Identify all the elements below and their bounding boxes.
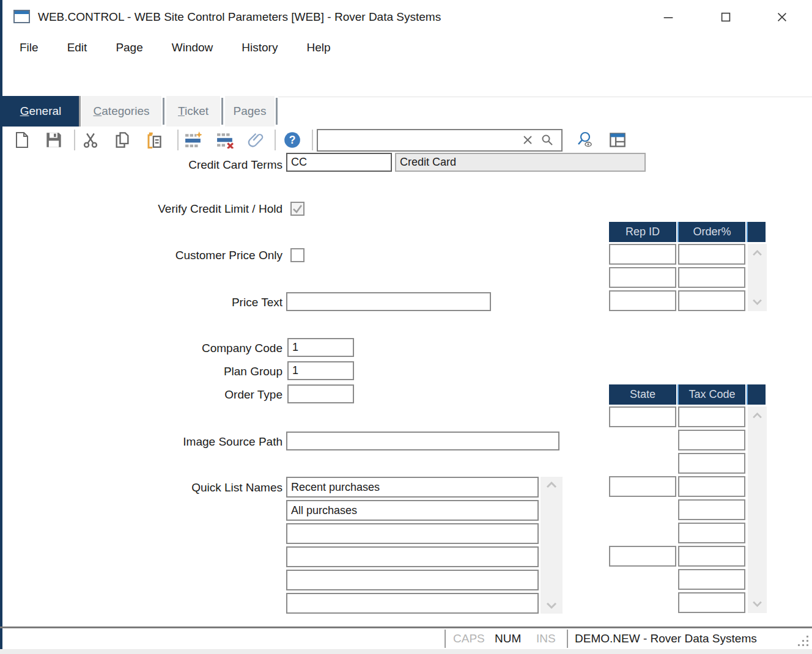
tax-code-cell[interactable] — [678, 499, 745, 520]
window-layout-icon — [609, 131, 626, 149]
menu-help[interactable]: Help — [304, 39, 333, 57]
tax-code-cell[interactable] — [678, 523, 745, 543]
window-icon — [13, 10, 30, 23]
minimize-icon — [662, 10, 675, 24]
rep-id-cell[interactable] — [609, 244, 676, 265]
tax-code-cell[interactable] — [678, 592, 745, 613]
help-icon: ? — [284, 131, 301, 149]
tab-general[interactable]: General — [2, 96, 79, 127]
scroll-down-icon[interactable] — [752, 299, 762, 305]
save-icon — [45, 131, 62, 149]
maximize-button[interactable] — [712, 0, 740, 34]
plan-group-input[interactable] — [287, 361, 354, 380]
close-button[interactable] — [768, 0, 796, 34]
help-button[interactable]: ? — [281, 130, 303, 150]
order-pct-cell[interactable] — [678, 290, 745, 311]
price-text-input[interactable] — [286, 292, 491, 311]
attach-button[interactable] — [245, 130, 267, 150]
tab-categories-label: Categories — [81, 96, 161, 127]
order-type-input[interactable] — [287, 384, 354, 403]
image-source-path-input[interactable] — [286, 432, 559, 450]
tab-pages-label: Pages — [225, 96, 275, 127]
search-box — [317, 129, 563, 152]
verify-credit-limit-checkbox[interactable] — [290, 202, 304, 216]
tax-code-cell[interactable] — [678, 430, 745, 450]
state-cell[interactable] — [609, 546, 676, 567]
company-code-input[interactable] — [287, 338, 354, 357]
scroll-down-icon[interactable] — [752, 601, 762, 607]
quick-list-row[interactable] — [286, 546, 539, 567]
quick-list-row[interactable] — [286, 523, 539, 544]
save-button[interactable] — [43, 130, 65, 150]
quick-list-row[interactable] — [286, 500, 539, 521]
tax-code-cell[interactable] — [678, 546, 745, 567]
application-window: WEB.CONTROL - WEB Site Control Parameter… — [0, 0, 812, 654]
menu-edit[interactable]: Edit — [65, 39, 90, 57]
search-preview-icon — [576, 131, 593, 149]
verify-credit-limit-label: Verify Credit Limit / Hold — [24, 202, 282, 216]
scroll-up-icon[interactable] — [546, 482, 557, 488]
clear-search-icon[interactable] — [522, 134, 533, 145]
tax-code-cell[interactable] — [678, 406, 745, 427]
status-bar: CAPS NUM INS DEMO.NEW - Rover Data Syste… — [2, 628, 812, 649]
new-document-button[interactable] — [11, 130, 33, 150]
search-preview-button[interactable] — [574, 130, 596, 150]
svg-text:?: ? — [289, 134, 296, 146]
quick-list-row[interactable] — [286, 570, 539, 590]
rep-id-cell[interactable] — [609, 267, 676, 288]
state-cell[interactable] — [609, 476, 676, 497]
insert-row-button[interactable] — [182, 130, 204, 150]
tax-code-cell[interactable] — [678, 569, 745, 590]
rep-table-scrollbar[interactable] — [748, 244, 767, 311]
toolbar: ? — [2, 62, 812, 96]
cut-button[interactable] — [79, 130, 102, 150]
delete-row-button[interactable] — [214, 130, 236, 150]
tax-code-cell[interactable] — [678, 453, 745, 474]
insert-row-icon — [185, 131, 202, 149]
company-code-label: Company Code — [24, 339, 282, 358]
scroll-up-icon[interactable] — [752, 413, 762, 419]
rep-scroll-header — [747, 222, 766, 242]
order-pct-cell[interactable] — [678, 244, 745, 265]
close-icon — [775, 10, 789, 24]
tab-categories[interactable]: Categories — [81, 96, 161, 127]
menu-history[interactable]: History — [239, 39, 280, 57]
menu-file[interactable]: File — [17, 39, 41, 57]
status-divider — [567, 630, 568, 648]
resize-grip[interactable] — [797, 636, 808, 647]
tab-ticket[interactable]: Ticket — [166, 96, 220, 127]
tab-pages[interactable]: Pages — [225, 96, 275, 127]
scroll-up-icon[interactable] — [752, 250, 762, 256]
tax-code-cell[interactable] — [678, 476, 745, 497]
customer-price-only-label: Customer Price Only — [24, 248, 282, 262]
tab-separator — [163, 98, 164, 125]
order-pct-cell[interactable] — [678, 267, 745, 288]
quick-list-scrollbar[interactable] — [541, 477, 563, 614]
status-caps: CAPS — [453, 628, 485, 649]
customer-price-only-checkbox[interactable] — [290, 248, 304, 262]
paste-icon — [146, 131, 163, 149]
toolbar-separator — [177, 130, 179, 150]
copy-button[interactable] — [111, 130, 133, 150]
rep-id-cell[interactable] — [609, 290, 676, 311]
tax-table-scrollbar[interactable] — [748, 406, 767, 613]
quick-list-row[interactable] — [286, 477, 539, 498]
paste-button[interactable] — [143, 130, 165, 150]
state-cell[interactable] — [609, 406, 676, 427]
quick-list-row[interactable] — [286, 593, 539, 614]
tax-scroll-header — [747, 384, 766, 405]
menu-window[interactable]: Window — [169, 39, 216, 57]
search-icon[interactable] — [541, 133, 554, 147]
menu-page[interactable]: Page — [113, 39, 145, 57]
credit-card-terms-description — [395, 153, 646, 172]
credit-card-terms-input[interactable] — [286, 153, 392, 172]
image-source-path-label: Image Source Path — [24, 432, 282, 451]
title-bar: WEB.CONTROL - WEB Site Control Parameter… — [2, 0, 812, 34]
minimize-button[interactable] — [654, 0, 682, 34]
tab-ticket-label: Ticket — [166, 96, 220, 127]
window-title: WEB.CONTROL - WEB Site Control Parameter… — [38, 0, 441, 34]
status-num: NUM — [495, 628, 521, 649]
window-layout-button[interactable] — [607, 130, 629, 150]
maximize-icon — [719, 10, 733, 24]
scroll-down-icon[interactable] — [546, 602, 557, 609]
